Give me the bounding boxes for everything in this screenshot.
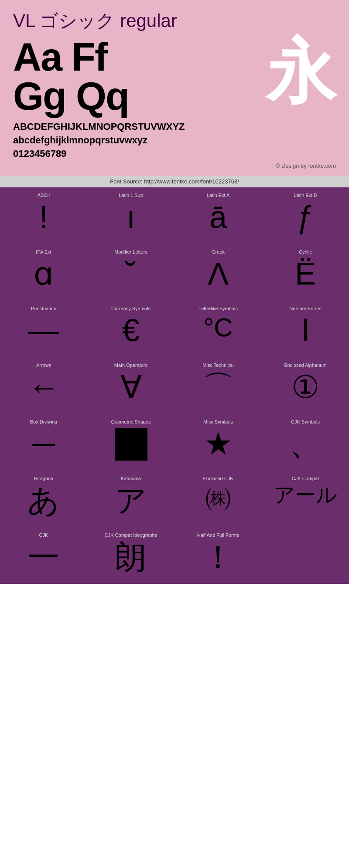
char-cell: CJK Symbols、 [262,414,349,471]
cell-char: ! [39,201,48,233]
cell-label: ASCII [38,193,50,198]
cell-char: ɑ [34,258,54,289]
big-letters-row2: Gg Qq [13,77,266,116]
font-title: VL ゴシック regular [13,9,336,33]
cell-label: Latin Ext A [207,193,230,198]
copyright: © Design by fontke.com [13,160,336,171]
cell-label: Katakana [121,476,141,481]
cell-char: ⌒ [202,371,234,403]
char-cell: Katakanaア [87,471,174,527]
cell-label: Letterlike Symbols [198,306,238,311]
char-cell: Geometric Shapes [87,414,174,471]
latin-preview: Aa Ff Gg Qq [13,37,266,116]
alphabet-upper: ABCDEFGHIJKLMNOPQRSTUVWXYZ [13,120,336,134]
char-cell: IPA Extɑ [0,244,87,301]
char-cell: Half And Full Forms！ [174,527,262,584]
kanji-preview: 永 [266,37,336,107]
char-cell: CJK Compat Ideographs朗 [87,527,174,584]
cell-label: Geometric Shapes [111,419,151,424]
char-cell: Number FormsⅠ [262,301,349,357]
cell-char: ∀ [120,371,142,403]
cell-label: Number Forms [289,306,321,311]
cell-label: IPA Ext [36,249,51,254]
cell-char [115,428,147,461]
char-cell: Latin Ext Aā [174,187,262,244]
cell-label: Enclosed CJK [203,476,233,481]
cell-char: ① [291,371,320,403]
cell-label: Misc Technical [202,363,233,368]
char-cell: Letterlike Symbols°C [174,301,262,357]
header-section: VL ゴシック regular Aa Ff Gg Qq 永 ABCDEFGHIJ… [0,0,349,176]
cell-label: Greek [212,249,225,254]
cell-char: ƒ [297,201,314,233]
char-cell: Misc Technical⌒ [174,357,262,414]
cell-char: 、 [290,428,321,459]
cell-char: Λ [208,258,229,289]
char-cell: Arrows← [0,357,87,414]
cell-char: ı [127,201,135,233]
cell-label: Latin 1 Sup [119,193,143,198]
cell-char: あ [27,485,60,516]
cell-char: ← [28,371,59,403]
cell-char: € [122,315,140,346]
cell-char: — [28,315,59,346]
cell-char: Ⅰ [301,315,310,346]
cell-char: 一 [28,541,59,573]
char-cell: Enclosed CJK㈱ [174,471,262,527]
big-letters-row1: Aa Ff [13,37,266,77]
cell-char: ─ [32,428,55,459]
char-cell: Punctuation— [0,301,87,357]
char-cell: CJK一 [0,527,87,584]
cell-label: Arrows [36,363,51,368]
cell-char: ā [209,201,227,233]
char-cell: Enclosed Alphanum① [262,357,349,414]
char-cell: ASCII! [0,187,87,244]
char-cell: CyrilicË [262,244,349,301]
char-grid-section: ASCII!Latin 1 SupıLatin Ext AāLatin Ext … [0,187,349,584]
cell-label: Cyrilic [299,249,312,254]
cell-char: ㈱ [205,485,231,511]
char-cell: CJK Compatアール [262,471,349,527]
cell-label: CJK Symbols [291,419,320,424]
char-cell: Hiraganaあ [0,471,87,527]
cell-char: °C [203,315,233,341]
char-cell: Latin 1 Supı [87,187,174,244]
cell-char: ★ [204,428,233,459]
cell-label: Punctuation [31,306,56,311]
cell-char: ！ [202,541,234,573]
cell-label: Enclosed Alphanum [284,363,326,368]
cell-char: Ë [295,258,316,289]
digits: 0123456789 [13,147,336,161]
char-cell: Modifier Letters˘ [87,244,174,301]
char-cell: Box Drawing─ [0,414,87,471]
preview-area: Aa Ff Gg Qq 永 [13,37,336,116]
cell-label: Box Drawing [30,419,57,424]
cell-label: Half And Full Forms [197,532,240,538]
cell-label: CJK [39,532,48,538]
font-source-bar: Font Source: http://www.fontke.com/font/… [0,176,349,187]
cell-label: CJK Compat Ideographs [105,532,157,538]
cell-char: ア [115,485,147,516]
font-source-text: Font Source: http://www.fontke.com/font/… [110,178,239,185]
char-grid: ASCII!Latin 1 SupıLatin Ext AāLatin Ext … [0,187,349,584]
cell-label: Modifier Letters [114,249,147,254]
cell-char: アール [274,485,337,505]
char-cell: Currency Symbols€ [87,301,174,357]
cell-label: Latin Ext B [294,193,317,198]
cell-char: 朗 [115,541,147,573]
cell-label: Misc Symbols [203,419,233,424]
cell-label: CJK Compat [292,476,319,481]
char-cell: Latin Ext Bƒ [262,187,349,244]
char-cell: Math Operators∀ [87,357,174,414]
cell-label: Math Operators [114,363,147,368]
kanji-char: 永 [266,37,336,107]
cell-label: Currency Symbols [111,306,151,311]
cell-label: Hiragana [34,476,54,481]
char-cell: GreekΛ [174,244,262,301]
cell-char: ˘ [126,258,136,289]
char-cell: Misc Symbols★ [174,414,262,471]
alphabet-lower: abcdefghijklmnopqrstuvwxyz [13,134,336,147]
